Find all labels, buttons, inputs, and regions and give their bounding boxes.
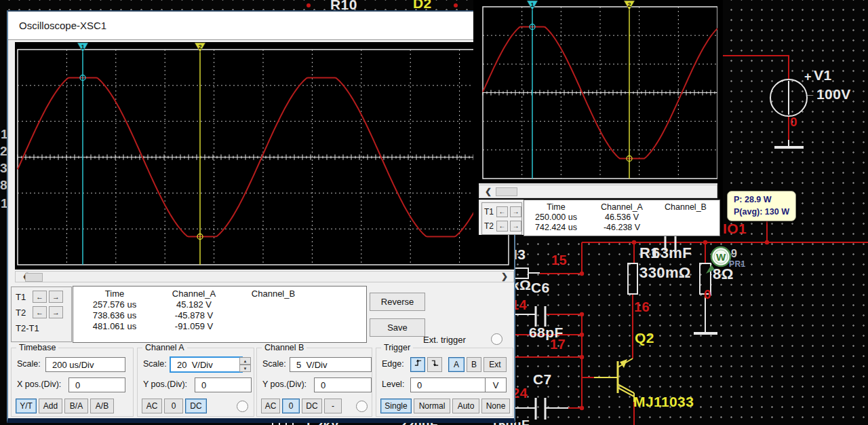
trigger-edge-label: Edge:: [382, 359, 404, 369]
t1-channel-a: 45.182 V: [156, 299, 232, 310]
channel-a-scale-label: Scale:: [143, 359, 167, 369]
channel-a-coupling-ac[interactable]: AC: [142, 399, 162, 413]
t1-left-button[interactable]: ←: [33, 291, 47, 303]
trigger-group: Trigger Edge: A B Ext Level: 0 V Single …: [376, 348, 513, 417]
channel-a-scale-field[interactable]: 20 V/Div: [170, 356, 243, 373]
svg-text:1: 1: [530, 1, 534, 8]
cursor-control-cell: T1 ← → T2 ← → T2-T1: [11, 287, 72, 342]
rising-edge-button[interactable]: [410, 357, 425, 372]
channel-b-coupling-dc[interactable]: DC: [302, 399, 322, 413]
label-net-15: 15: [551, 253, 567, 267]
trigger-mode-normal[interactable]: Normal: [414, 399, 450, 413]
channel-b-coupling-ac[interactable]: AC: [261, 399, 280, 413]
mini-scroll-left-icon[interactable]: ❮: [485, 187, 492, 196]
resistor-r1-symbol: [628, 263, 637, 294]
mini-t1-left-button[interactable]: ←: [496, 206, 508, 217]
scroll-thumb[interactable]: [25, 273, 43, 282]
channel-b-coupling-minus[interactable]: -: [324, 399, 342, 413]
mini-scroll-thumb[interactable]: [496, 187, 517, 196]
falling-edge-button[interactable]: [427, 357, 442, 372]
svg-text:2: 2: [198, 43, 201, 50]
label-d2: D2: [413, 0, 432, 11]
save-button[interactable]: Save: [370, 318, 425, 337]
channel-b-ypos-field[interactable]: 0: [314, 377, 372, 392]
channel-b-probe-radio[interactable]: [356, 401, 368, 412]
mini-t2-left-button[interactable]: ←: [496, 221, 508, 232]
mini-t2-label: T2: [484, 221, 494, 231]
mini-scrollbar[interactable]: ❮: [479, 185, 717, 198]
transistor-q2-symbol: [594, 358, 634, 402]
label-probe-9: 9: [731, 248, 737, 260]
label-cap-63mf: 63mF: [652, 245, 692, 261]
mini-table-row-t1: 250.000 us 46.536 V: [524, 212, 719, 222]
timebase-xpos-label: X pos.(Div):: [17, 380, 61, 389]
diff-channel-b: [232, 321, 315, 331]
diff-time: 481.061 us: [73, 321, 156, 331]
trigger-level-field[interactable]: 0: [410, 377, 488, 392]
cursor-t2-row: T2 ← →: [16, 306, 71, 318]
label-q2: Q2: [635, 331, 654, 346]
trigger-level-unit-field[interactable]: V: [485, 377, 507, 392]
mini-scope-window: 12 ❮ T1 ← → T2 ← → Time Channel_A Channe…: [473, 0, 723, 235]
reverse-button[interactable]: Reverse: [370, 293, 425, 311]
t1-time: 257.576 us: [73, 299, 156, 310]
mini-t1-right-button[interactable]: →: [510, 206, 521, 217]
scroll-right-icon[interactable]: ❯: [501, 272, 508, 281]
mini-col-header-time: Time: [524, 202, 588, 212]
trigger-source-ext[interactable]: Ext: [484, 357, 507, 372]
timebase-legend: Timebase: [16, 343, 58, 352]
channel-a-scale-spinner: ▲ ▼: [239, 357, 251, 372]
timebase-xpos-field[interactable]: 0: [68, 377, 125, 392]
window-titlebar[interactable]: Oscilloscope-XSC1: [8, 12, 514, 40]
scope-display: 12: [15, 42, 514, 270]
t2-time: 738.636 us: [73, 310, 156, 320]
probe-power-average: P(avg): 130 W: [734, 206, 789, 218]
mini-col-header-channel-a: Channel_A: [588, 202, 656, 212]
falling-edge-icon: [431, 358, 439, 367]
table-row-t1: 257.576 us 45.182 V: [73, 299, 366, 310]
timebase-group: Timebase Scale: 200 us/Div X pos.(Div): …: [11, 348, 134, 417]
col-header-channel-a: Channel_A: [156, 289, 232, 299]
measurement-table: Time Channel_A Channel_B 257.576 us 45.1…: [73, 286, 367, 343]
t2-left-button[interactable]: ←: [33, 306, 47, 318]
mini-t2-right-button[interactable]: →: [510, 221, 521, 232]
channel-b-group: Channel B Scale: 5 V/Div Y pos.(Div): 0 …: [256, 348, 372, 417]
probe-power-instant: P: 28.9 W: [734, 193, 789, 206]
timebase-mode-ab[interactable]: A/B: [90, 399, 114, 413]
timebase-mode-yt[interactable]: Y/T: [16, 399, 37, 413]
channel-b-scale-field[interactable]: 5 V/Div: [290, 357, 372, 372]
mini-col-header-channel-b: Channel_B: [656, 202, 715, 212]
spin-down-icon[interactable]: ▼: [239, 365, 251, 372]
mini-t2-time: 742.424 us: [524, 223, 588, 232]
t2-right-button[interactable]: →: [49, 306, 63, 318]
t2-channel-a: -45.878 V: [156, 310, 232, 320]
channel-a-probe-radio[interactable]: [237, 401, 248, 412]
channel-a-ypos-field[interactable]: 0: [195, 377, 252, 392]
trigger-source-a[interactable]: A: [448, 357, 465, 372]
channel-b-coupling-0[interactable]: 0: [282, 399, 300, 413]
mini-t1-channel-b: [656, 212, 715, 222]
label-net-io1: IO1: [723, 221, 747, 236]
channel-a-group: Channel A Scale: 20 V/Div ▲ ▼ Y pos.(Div…: [137, 348, 254, 417]
channel-b-legend: Channel B: [262, 343, 307, 352]
mini-t2-channel-a: -46.238 V: [588, 223, 656, 232]
trigger-source-b[interactable]: B: [467, 357, 481, 372]
timebase-mode-add[interactable]: Add: [39, 399, 62, 413]
col-header-channel-b: Channel_B: [232, 289, 315, 299]
table-row-diff: 481.061 us -91.059 V: [73, 321, 366, 331]
cursor-t1-row: T1 ← →: [16, 291, 71, 303]
spin-up-icon[interactable]: ▲: [239, 357, 251, 365]
table-row-t2: 738.636 us -45.878 V: [73, 310, 366, 320]
timebase-scale-field[interactable]: 200 us/Div: [45, 357, 125, 372]
channel-a-coupling-0[interactable]: 0: [164, 399, 183, 413]
trigger-mode-single[interactable]: Single: [380, 399, 412, 413]
timebase-mode-ba[interactable]: B/A: [64, 399, 88, 413]
t1-right-button[interactable]: →: [49, 291, 63, 303]
channel-a-coupling-dc[interactable]: DC: [185, 399, 207, 413]
trigger-mode-none[interactable]: None: [481, 399, 510, 413]
cursor-t1-label: T1: [16, 292, 31, 302]
cursor-diff-label: T2-T1: [16, 323, 39, 333]
ext-trigger-radio[interactable]: [491, 333, 502, 345]
scope-scrollbar[interactable]: ❮ ❯: [15, 271, 514, 282]
trigger-mode-auto[interactable]: Auto: [452, 399, 479, 413]
